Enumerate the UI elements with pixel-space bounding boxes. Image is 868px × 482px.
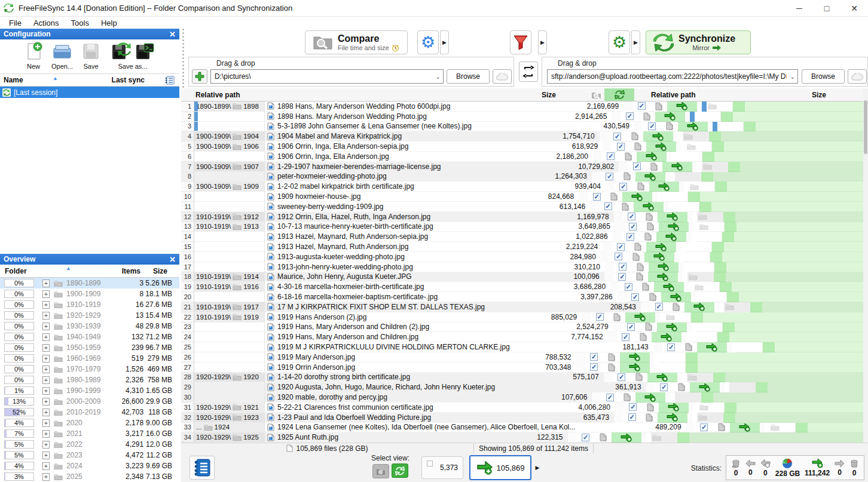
checkbox-cell[interactable]: ✓: [632, 102, 650, 112]
right-path-cell[interactable]: [724, 302, 750, 312]
checkbox-cell[interactable]: ✓: [615, 182, 632, 192]
right-name-cell[interactable]: [711, 202, 863, 212]
action-cell[interactable]: [649, 262, 678, 272]
sync-settings-button[interactable]: ⚙: [609, 30, 630, 54]
include-checkbox[interactable]: ✓: [604, 202, 612, 210]
left-path-cell[interactable]: 1910-1919\1916: [194, 282, 265, 292]
action-cell[interactable]: [620, 352, 650, 363]
left-name-cell[interactable]: 1920 mable, dorothy and percy.jpg: [265, 392, 537, 403]
copy-right-create-icon[interactable]: [631, 192, 643, 201]
overview-row[interactable]: 5% + 2023 4,472 11.2 GB: [0, 450, 179, 460]
table-row[interactable]: 5 1900-1909\1906 1906 Orrin, Inga, Ella …: [181, 142, 863, 152]
overview-row[interactable]: 4% + 2024 3,223 9.69 GB: [0, 460, 179, 471]
right-name-cell[interactable]: [729, 332, 863, 342]
right-name-cell[interactable]: [735, 413, 863, 423]
table-row[interactable]: 31 1920-1929\1921 5-22-21 Clarences fris…: [181, 403, 863, 413]
left-name-cell[interactable]: 1-2-02 mabel kirkpatrick birth certifica…: [265, 182, 551, 192]
checkbox-cell[interactable]: ✓: [626, 292, 644, 302]
table-row[interactable]: 17 1913-john-henry-kueter-wedding-photo.…: [181, 262, 863, 272]
right-name-cell[interactable]: [739, 292, 863, 302]
include-checkbox[interactable]: ✓: [622, 333, 629, 341]
left-path-cell[interactable]: [194, 323, 265, 333]
copy-right-create-icon[interactable]: [644, 172, 656, 181]
right-path-cell[interactable]: [659, 352, 686, 363]
left-path-cell[interactable]: 1920-1929\1925: [194, 432, 265, 443]
right-name-cell[interactable]: [768, 382, 863, 392]
left-path-cell[interactable]: [194, 262, 265, 272]
configuration-list-body[interactable]: [0, 98, 179, 254]
left-name-cell[interactable]: 1-23 Paul and Ida Oberfoell Wedding Pict…: [265, 413, 559, 423]
overview-row[interactable]: 1% + 1990-1999 4,310 1.65 GB: [0, 385, 179, 396]
menu-file[interactable]: File: [4, 17, 27, 29]
action-cell[interactable]: [647, 373, 677, 383]
right-path-cell[interactable]: [665, 312, 691, 323]
right-path-cell[interactable]: [695, 112, 721, 122]
left-name-cell[interactable]: 1898 Hans, Mary Anderson Wedding Photo 6…: [265, 102, 569, 112]
right-path-cell[interactable]: [676, 152, 702, 162]
expand-icon[interactable]: +: [42, 323, 50, 330]
left-name-cell[interactable]: 5-22-21 Clarences frist communion certif…: [265, 403, 560, 413]
left-path-cell[interactable]: [194, 232, 265, 242]
include-checkbox[interactable]: ✓: [590, 363, 598, 371]
table-row[interactable]: 1 1890-1899\1898 1898 Hans, Mary Anderso…: [181, 102, 863, 112]
action-cell[interactable]: [625, 312, 655, 323]
action-cell[interactable]: [661, 292, 691, 302]
action-cell[interactable]: [622, 192, 652, 202]
checkbox-cell[interactable]: ✓: [628, 162, 646, 172]
excluded-items-button[interactable]: 5,373: [421, 456, 463, 479]
right-name-cell[interactable]: [736, 403, 863, 413]
left-path-cell[interactable]: 1920-1929\1923: [194, 413, 265, 423]
include-checkbox[interactable]: ✓: [615, 253, 622, 260]
right-name-cell[interactable]: [713, 392, 863, 403]
expand-icon[interactable]: +: [42, 387, 50, 395]
left-name-cell[interactable]: 1920 Augusta, John, Hugo, Maurice, Richa…: [265, 382, 591, 392]
left-path-cell[interactable]: [194, 122, 265, 132]
right-name-cell[interactable]: [725, 373, 863, 383]
maximize-button[interactable]: □: [813, 0, 841, 16]
checkbox-cell[interactable]: ✓: [624, 403, 642, 413]
overview-row[interactable]: 7% + 2021 3,217 16.0 GB: [0, 428, 179, 439]
copy-right-create-icon[interactable]: [644, 393, 656, 402]
right-path-cell[interactable]: [736, 342, 763, 352]
left-name-cell[interactable]: 1913 Hazel, Maynard, Ruth Anderson.jpg: [265, 242, 548, 252]
overview-row[interactable]: 52% + 2010-2019 42,703 118 GB: [0, 407, 179, 417]
left-path-cell[interactable]: [194, 352, 265, 363]
right-name-cell[interactable]: [734, 232, 863, 242]
checkbox-cell[interactable]: ✓: [622, 323, 640, 333]
copy-right-create-icon[interactable]: [668, 403, 680, 412]
expand-icon[interactable]: +: [42, 280, 50, 287]
left-path-cell[interactable]: 1920-1929\1920: [194, 373, 265, 383]
copy-right-create-icon[interactable]: [739, 423, 751, 432]
name-column-header[interactable]: Name: [0, 76, 70, 84]
last-sync-column-header[interactable]: Last sync: [112, 76, 165, 85]
action-cell[interactable]: [634, 202, 664, 212]
expand-icon[interactable]: +: [42, 473, 50, 481]
action-view-button[interactable]: [392, 463, 408, 478]
table-row[interactable]: 32 1920-1929\1923 1-23 Paul and Ida Ober…: [181, 413, 863, 423]
left-name-cell[interactable]: 17 M J KIRKPATRICK FIXIT SHOP ELM ST. DA…: [265, 302, 586, 312]
left-name-cell[interactable]: peter-hoxmeier-wedding-photo.jpg: [265, 172, 537, 182]
overview-row[interactable]: 5% + 2022 4,291 12.0 GB: [0, 439, 179, 450]
right-name-cell[interactable]: [727, 182, 863, 192]
left-name-cell[interactable]: 1898 Hans. Mary Anderson Wedding Photo.j…: [265, 112, 557, 122]
close-button[interactable]: ✕: [841, 0, 868, 16]
sync-action-icon[interactable]: [604, 88, 634, 101]
left-path-cell[interactable]: [194, 342, 265, 352]
last-session-row[interactable]: [Last session]: [0, 87, 179, 98]
open-log-button[interactable]: [190, 456, 215, 480]
left-size-header[interactable]: Size: [506, 91, 561, 99]
include-checkbox[interactable]: ✓: [607, 152, 615, 160]
table-row[interactable]: 15 1913 Hazel, Maynard, Ruth Anderson.jp…: [181, 242, 863, 252]
overview-row[interactable]: 0% + 1970-1979 1,526 469 MB: [0, 364, 179, 374]
left-name-cell[interactable]: 1-14-20 dorothy strong birth certificate…: [265, 373, 549, 383]
expand-icon[interactable]: +: [42, 301, 50, 309]
table-row[interactable]: 9 1900-1909\1909 1-2-02 mabel kirkpatric…: [181, 182, 863, 192]
checkbox-cell[interactable]: ✓: [609, 131, 626, 142]
action-cell[interactable]: [649, 182, 679, 192]
table-row[interactable]: 26 1919 Mary Anderson.jpg 788,532 ✓: [181, 352, 863, 363]
folder-column-header[interactable]: Folder: [0, 267, 108, 275]
left-name-cell[interactable]: Maurice, John Henry, Augusta Kueter.JPG: [265, 272, 549, 283]
compare-category-icon[interactable]: [588, 91, 604, 99]
left-path-cell[interactable]: ...1924: [194, 423, 265, 433]
include-checkbox[interactable]: ✓: [590, 353, 598, 361]
